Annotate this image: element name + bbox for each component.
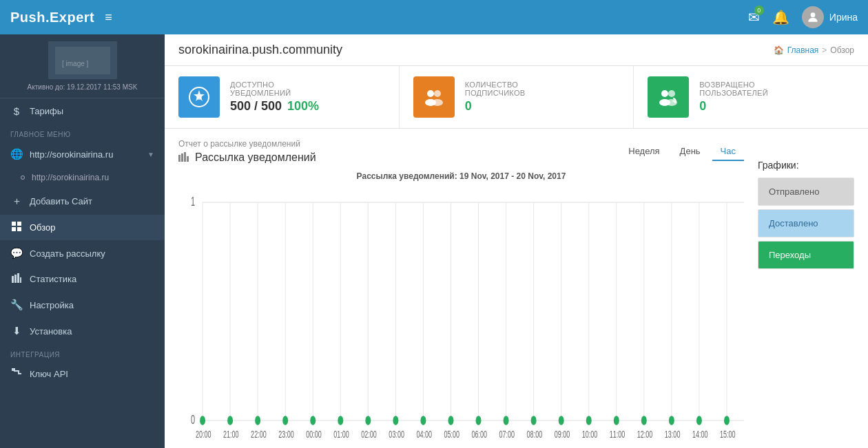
chart-icon (10, 273, 23, 285)
svg-point-62 (365, 416, 371, 425)
chart-subtitle: Рассылка уведомлений: 19 Nov, 2017 - 20 … (178, 171, 744, 181)
user-name-display: Ирина (829, 12, 858, 23)
subscribers-icon-box (413, 76, 455, 118)
returned-icon-box (648, 76, 689, 118)
chart-tabs: Неделя День Час (620, 142, 744, 161)
content-area: sorokinairina.push.community 🏠 Главная >… (165, 34, 868, 448)
svg-text:08:00: 08:00 (527, 429, 543, 438)
chart-svg: 1 0 (178, 185, 744, 438)
breadcrumb-home-link[interactable]: Главная (787, 45, 819, 55)
chat-icon: 💬 (10, 247, 23, 259)
svg-point-65 (448, 416, 453, 425)
header-right: ✉ 0 🔔 Графики: Ирина (748, 6, 858, 28)
svg-text:01:00: 01:00 (333, 429, 349, 438)
notifications-info: ДОСТУПНОУВЕДОМЛЕНИЙ 500 / 500100% (230, 81, 319, 114)
sidebar-item-stats[interactable]: Статистика (0, 266, 165, 292)
chart-title-area: Отчет о рассылке уведомлений Рассылка ув… (178, 139, 316, 164)
sidebar-subitem-site2[interactable]: http://sorokinairina.ru (0, 167, 165, 188)
returned-label: ВОЗВРАЩЕНОПОЛЬЗОВАТЕЛЕЙ (699, 81, 768, 97)
user-area[interactable]: Графики: Ирина (802, 6, 858, 28)
svg-point-20 (427, 90, 434, 97)
svg-point-56 (200, 416, 205, 425)
site2-label: http://sorokinairina.ru (32, 173, 109, 182)
svg-point-68 (531, 416, 537, 425)
svg-text:1: 1 (191, 194, 195, 209)
sidebar-section-main: Главное Меню (0, 124, 165, 141)
sidebar-item-settings[interactable]: 🔧 Настройка ➤ (0, 292, 165, 318)
chevron-down-icon: ▼ (147, 151, 154, 158)
svg-rect-6 (17, 227, 21, 231)
svg-point-60 (310, 416, 316, 425)
plus-icon: ＋ (10, 195, 23, 208)
svg-text:15:00: 15:00 (720, 429, 736, 438)
svg-rect-8 (14, 275, 17, 283)
svg-text:20:00: 20:00 (196, 429, 211, 438)
svg-text:22:00: 22:00 (251, 429, 267, 438)
subscribers-label: КОЛИЧЕСТВОПОДПИСЧИКОВ (465, 81, 526, 97)
svg-rect-30 (184, 152, 186, 162)
tab-hour[interactable]: Час (712, 142, 744, 161)
svg-point-23 (432, 99, 443, 106)
notifications-icon-box (178, 76, 220, 118)
sidebar-item-overview[interactable]: Обзор (0, 215, 165, 240)
chart-container: 1 0 (178, 185, 744, 438)
logo: Push.Expert (10, 10, 94, 25)
email-icon-wrap[interactable]: ✉ 0 (748, 9, 760, 25)
svg-point-21 (434, 90, 441, 97)
header-left: Push.Expert ≡ (10, 10, 112, 25)
notifications-value: 500 / 500100% (230, 99, 319, 114)
legend-item-clicks[interactable]: Переходы (758, 241, 854, 269)
breadcrumb-home-icon: 🏠 (774, 45, 784, 55)
svg-text:03:00: 03:00 (389, 429, 404, 438)
svg-text:06:00: 06:00 (472, 429, 488, 438)
svg-rect-9 (17, 273, 19, 283)
tab-day[interactable]: День (672, 142, 709, 161)
chart-title-text: Рассылка уведомлений (195, 151, 316, 164)
bar-chart-icon (178, 152, 189, 164)
sidebar-item-create[interactable]: 💬 Создать рассылку (0, 240, 165, 266)
svg-rect-16 (18, 372, 19, 374)
stat-card-returned: ВОЗВРАЩЕНОПОЛЬЗОВАТЕЛЕЙ 0 (634, 66, 868, 128)
chart-report-title: Отчет о рассылке уведомлений (178, 139, 316, 149)
breadcrumb-current: Обзор (830, 45, 854, 55)
tab-week[interactable]: Неделя (620, 142, 668, 161)
api-key-label: Ключ API (30, 369, 154, 379)
svg-rect-28 (178, 155, 180, 162)
stat-card-notifications: ДОСТУПНОУВЕДОМЛЕНИЙ 500 / 500100% (165, 66, 400, 128)
svg-text:21:00: 21:00 (223, 429, 239, 438)
profile-image: [ image ] (48, 41, 117, 79)
sidebar-item-tariffs[interactable]: $ Тарифы (0, 98, 165, 124)
sidebar-item-add-site[interactable]: ＋ Добавить Сайт (0, 188, 165, 215)
grid-icon (10, 222, 23, 233)
avatar (802, 6, 824, 28)
sidebar-item-install[interactable]: ⬇ Установка ➤ (0, 318, 165, 344)
legend-item-sent[interactable]: Отправлено (758, 178, 854, 206)
sidebar-item-api-key[interactable]: Ключ API (0, 361, 165, 387)
returned-info: ВОЗВРАЩЕНОПОЛЬЗОВАТЕЛЕЙ 0 (699, 81, 768, 114)
notifications-label: ДОСТУПНОУВЕДОМЛЕНИЙ (230, 81, 319, 97)
email-badge: 0 (754, 6, 764, 15)
svg-text:12:00: 12:00 (637, 429, 653, 438)
svg-point-74 (696, 416, 702, 425)
svg-point-75 (724, 416, 730, 425)
chart-header: Отчет о рассылке уведомлений Рассылка ув… (178, 139, 744, 164)
svg-text:00:00: 00:00 (306, 429, 322, 438)
sidebar-item-site1[interactable]: 🌐 http://sorokinairina.ru ▼ (0, 141, 165, 167)
sidebar-profile: [ image ] Активно до: 19.12.2017 11:53 M… (0, 34, 165, 98)
svg-point-63 (393, 416, 398, 425)
svg-rect-14 (14, 368, 15, 370)
bell-icon-wrap[interactable]: 🔔 (772, 9, 789, 25)
globe-icon: 🌐 (10, 148, 23, 160)
legend-item-delivered[interactable]: Доставлено (758, 209, 854, 237)
site1-label: http://sorokinairina.ru (30, 149, 141, 160)
stats-label: Статистика (30, 274, 154, 284)
hamburger-icon[interactable]: ≡ (105, 10, 112, 25)
svg-text:0: 0 (191, 412, 195, 427)
svg-point-59 (282, 416, 288, 425)
stats-row: ДОСТУПНОУВЕДОМЛЕНИЙ 500 / 500100% (165, 66, 868, 129)
svg-point-58 (255, 416, 260, 425)
subscribers-info: КОЛИЧЕСТВОПОДПИСЧИКОВ 0 (465, 81, 526, 114)
bell-icon: 🔔 (772, 10, 789, 25)
svg-rect-3 (12, 222, 16, 226)
svg-point-66 (476, 416, 482, 425)
